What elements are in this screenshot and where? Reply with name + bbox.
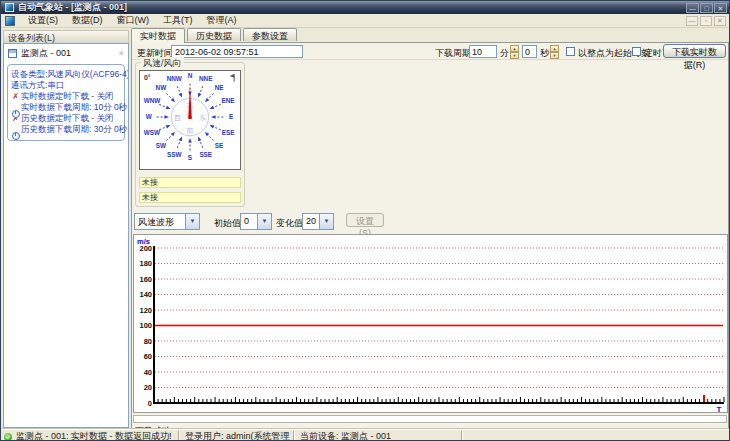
svg-text:N: N (188, 72, 193, 79)
chevron-down-icon[interactable]: ▼ (185, 214, 199, 229)
status-divider (293, 431, 295, 441)
svg-text:NE: NE (215, 84, 224, 91)
menu-settings[interactable]: 设置(S) (21, 13, 65, 28)
device-node[interactable]: 监测点 - 001 ✳ (4, 44, 128, 62)
svg-text:40: 40 (144, 368, 152, 377)
series-select[interactable]: 风速波形 ▼ (134, 213, 200, 230)
svg-text:NNE: NNE (199, 75, 212, 82)
device-info-hist-period: 历史数据下载周期: 30分 0秒 (11, 124, 122, 135)
download-period-label: 下载周期: (435, 47, 474, 60)
svg-text:ENE: ENE (221, 97, 234, 104)
mdi-close-icon[interactable]: ✕ (714, 16, 726, 26)
progress-strip (133, 415, 727, 423)
menu-admin[interactable]: 管理(A) (200, 13, 244, 28)
spin-down-icon[interactable]: ▼ (510, 52, 519, 59)
tab-realtime-data[interactable]: 实时数据 (131, 28, 185, 43)
pin-icon[interactable]: ✳ (118, 49, 125, 58)
main-area: 实时数据 历史数据 参数设置 更新时间: 2012-06-02 09:57:51… (131, 28, 729, 429)
chart-frame: m/s 020406080100120140160180200 T (133, 234, 728, 413)
download-realtime-button[interactable]: 下载实时数据(R) (663, 44, 726, 58)
close-icon[interactable]: ✕ (714, 3, 727, 13)
device-info-rt-download: ✗实时数据定时下载 - 关闭 (11, 91, 122, 102)
initial-value-select[interactable]: 0 ▼ (240, 213, 272, 230)
svg-text:80: 80 (144, 337, 152, 346)
svg-text:SSE: SSE (199, 151, 212, 158)
svg-text:120: 120 (139, 306, 152, 315)
device-list-header: 设备列表(L) (3, 30, 129, 43)
device-info-box: 设备类型:风速风向仪(ACF96-4) 通讯方式:串口 ✗实时数据定时下载 - … (7, 64, 125, 141)
svg-text:180: 180 (139, 259, 152, 268)
update-time-field: 2012-06-02 09:57:51 (171, 45, 303, 58)
wind-group-title: 风速/风向 (141, 57, 184, 70)
mdi-restore-icon[interactable]: ▫ (700, 16, 712, 26)
menu-bar: 设置(S) 数据(D) 窗口(W) 工具(T) 管理(A) — ▫ ✕ (1, 14, 729, 28)
spin-down-icon[interactable]: ▼ (550, 52, 559, 59)
menu-data[interactable]: 数据(D) (65, 13, 110, 28)
status-device-section: 当前设备: 监测点 - 001 (300, 431, 458, 441)
device-info-comm: 通讯方式:串口 (11, 80, 122, 91)
spin-up-icon[interactable]: ▲ (510, 45, 519, 52)
minimize-icon[interactable]: — (686, 3, 699, 13)
toolbar: 更新时间: 2012-06-02 09:57:51 下载周期: 10 分 ▲▼ … (132, 43, 728, 60)
wind-angle-label: 0° (144, 74, 151, 81)
wind-speed-field: 未接 (139, 177, 241, 188)
menu-tools[interactable]: 工具(T) (156, 13, 200, 28)
svg-text:WNW: WNW (144, 97, 161, 104)
tab-strip: 实时数据 历史数据 参数设置 (131, 28, 299, 42)
compass-frame: 0° 北 南 东 西 NNNENEENEEESESESSESSSWSWWSWWW… (139, 70, 241, 170)
mdi-minimize-icon[interactable]: — (686, 16, 698, 26)
realtime-page: 更新时间: 2012-06-02 09:57:51 下载周期: 10 分 ▲▼ … (131, 42, 729, 429)
svg-text:140: 140 (139, 290, 152, 299)
seconds-input[interactable]: 0 (522, 45, 537, 58)
chevron-down-icon[interactable]: ▼ (319, 214, 333, 229)
login-user: 登录用户: admin(系统管理员) (185, 431, 290, 441)
wind-compass: 0° 北 南 东 西 NNNENEENEEESESESSESSSWSWWSWWW… (140, 71, 240, 169)
svg-text:60: 60 (144, 352, 152, 361)
tab-history-data[interactable]: 历史数据 (187, 28, 241, 41)
svg-text:S: S (188, 154, 192, 161)
timed-download-checkbox[interactable] (632, 47, 641, 56)
svg-text:SW: SW (156, 142, 166, 149)
status-divider (178, 431, 180, 441)
change-value-select[interactable]: 20 ▼ (302, 213, 334, 230)
status-bar: 监测点 - 001: 实时数据 - 数据返回成功! 登录用户: admin(系统… (1, 429, 729, 441)
app-icon (5, 3, 14, 12)
chart-gridlines: 020406080100120140160180200 (139, 244, 723, 408)
svg-text:20: 20 (144, 383, 152, 392)
chevron-down-icon[interactable]: ▼ (257, 214, 271, 229)
minutes-input[interactable]: 10 (469, 45, 497, 58)
spin-up-icon[interactable]: ▲ (550, 45, 559, 52)
cross-icon: ✗ (11, 91, 20, 102)
minutes-spinner[interactable]: ▲▼ (510, 45, 519, 58)
svg-text:200: 200 (139, 244, 152, 253)
start-on-hour-checkbox[interactable] (566, 47, 575, 56)
seconds-spinner[interactable]: ▲▼ (550, 45, 559, 58)
status-message: 监测点 - 001: 实时数据 - 数据返回成功! (16, 431, 172, 441)
chart-x-ticks (154, 395, 724, 402)
svg-text:160: 160 (139, 275, 152, 284)
svg-text:W: W (146, 113, 152, 120)
compass-south-label: 南 (187, 127, 194, 134)
set-button[interactable]: 设置(S) (346, 213, 384, 227)
chart-time-label: T (717, 405, 722, 413)
status-divider (461, 431, 463, 441)
mdi-child-icon (5, 16, 15, 26)
wind-direction-field: 未接 (139, 192, 241, 203)
svg-text:NW: NW (156, 84, 167, 91)
device-info-hist-download: ✗历史数据定时下载 - 关闭 (11, 113, 122, 124)
tab-parameter-settings[interactable]: 参数设置 (243, 28, 297, 41)
wind-groupbox: 风速/风向 0° 北 南 东 西 NNNENEENEEESESESSESSSW (135, 62, 245, 207)
device-info-rt-period: 实时数据下载周期: 10分 0秒 (11, 102, 122, 113)
compass-west-label: 西 (174, 114, 181, 122)
device-sidebar: 设备列表(L) 监测点 - 001 ✳ 设备类型:风速风向仪(ACF96-4) … (3, 30, 129, 428)
menu-window[interactable]: 窗口(W) (110, 13, 157, 28)
svg-text:ESE: ESE (222, 129, 235, 136)
device-tree: 监测点 - 001 ✳ 设备类型:风速风向仪(ACF96-4) 通讯方式:串口 … (3, 43, 129, 428)
minutes-unit-label: 分 (500, 47, 509, 60)
maximize-icon[interactable]: □ (700, 3, 713, 13)
status-user-section: 登录用户: admin(系统管理员) (185, 431, 290, 441)
app-window: 自动气象站 - [监测点 - 001] — □ ✕ 设置(S) 数据(D) 窗口… (0, 0, 730, 441)
compass-hub (188, 116, 191, 119)
device-info-type: 设备类型:风速风向仪(ACF96-4) (11, 69, 122, 80)
svg-text:100: 100 (139, 321, 152, 330)
